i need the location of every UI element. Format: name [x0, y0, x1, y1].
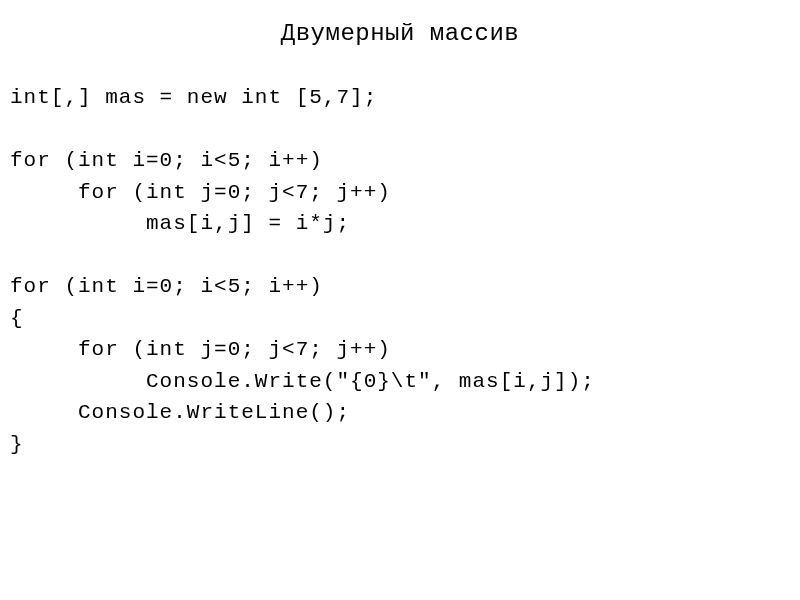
- page-title: Двумерный массив: [10, 20, 790, 47]
- code-block: int[,] mas = new int [5,7]; for (int i=0…: [10, 82, 790, 460]
